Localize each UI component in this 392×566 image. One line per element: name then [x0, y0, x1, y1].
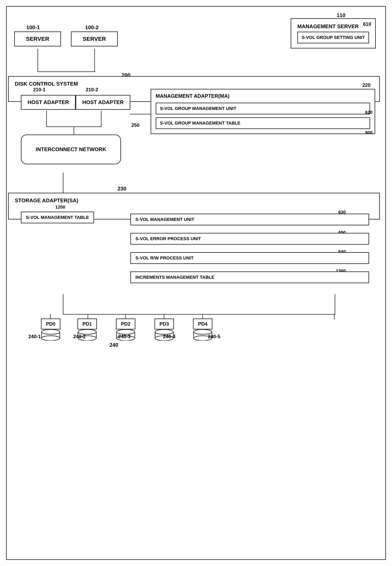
svol-group-mgmt-table-box: S-VOL GROUP MANAGEMENT TABLE	[156, 117, 370, 129]
management-adapter-box: 220 MANAGEMENT ADAPTER(MA) 620 S-VOL GRO…	[151, 89, 375, 134]
ref-240-1: 240-1	[28, 334, 41, 339]
svol-mgmt-table-box: S-VOL MANAGEMENT TABLE	[21, 212, 94, 223]
pd1-box: PD1	[77, 319, 97, 330]
ha1-line-v	[46, 111, 47, 127]
server2-line	[94, 49, 95, 72]
svol-group-setting-box: S-VOL GROUP SETTING UNIT	[297, 32, 369, 44]
ref-240: 240	[110, 342, 118, 348]
management-server-title: MANAGEMENT SERVER	[297, 23, 369, 30]
pd2-box: PD2	[116, 319, 136, 330]
diagram-container: 100-1 100-2 SERVER SERVER 110 MANAGEMENT…	[0, 0, 392, 566]
svol-rw-process-label: S-VOL R/W PROCESS UNIT	[135, 255, 194, 261]
sa-to-disks-line	[63, 294, 63, 314]
dcs-to-sa-line	[63, 173, 63, 193]
svol-group-setting-label: S-VOL GROUP SETTING UNIT	[302, 35, 365, 40]
ref-240-5: 240-5	[208, 334, 220, 339]
disk-v4	[164, 314, 164, 319]
ref-250: 250	[131, 122, 140, 128]
disk-v1	[50, 314, 51, 319]
drive-numbers-row: 240-1 240-2 240-3 240-4 240-5	[28, 334, 220, 339]
server2-box: SERVER	[71, 31, 118, 46]
ref-230: 230	[118, 186, 126, 192]
ref-240-2: 240-2	[73, 334, 85, 339]
sa-right-to-disks	[335, 294, 335, 314]
increments-mgmt-table-box: INCREMENTS MANAGEMENT TABLE	[130, 271, 369, 283]
ref-240-3: 240-3	[118, 334, 130, 339]
pd4-box: PD4	[193, 319, 213, 330]
svol-group-mgmt-unit-label: S-VOL GROUP MANAGEMENT UNIT	[160, 106, 236, 111]
disk-v5	[202, 314, 203, 319]
ref-210-2: 210-2	[86, 87, 98, 92]
svol-error-process-label: S-VOL ERROR PROCESS UNIT	[135, 236, 201, 241]
server1-box: SERVER	[14, 31, 61, 46]
ha2-line-v	[101, 111, 101, 127]
pd0-box: PD0	[41, 319, 61, 330]
svol-rw-process-box: S-VOL R/W PROCESS UNIT	[130, 252, 369, 264]
ref-900: 900	[365, 130, 373, 135]
svol-group-mgmt-table-label: S-VOL GROUP MANAGEMENT TABLE	[160, 120, 240, 126]
pd3-box: PD3	[154, 319, 174, 330]
disk-control-label: DISK CONTROL SYSTEM	[15, 81, 373, 87]
interconnect-label: INTERCONNECT NETWORK	[36, 146, 106, 152]
ref-100-1: 100-1	[26, 24, 40, 31]
svol-mgmt-table-label: S-VOL MANAGEMENT TABLE	[26, 215, 89, 220]
ref-1200: 1200	[55, 204, 65, 210]
management-adapter-title: MANAGEMENT ADAPTER(MA)	[156, 93, 370, 99]
disks-h-line	[63, 314, 195, 315]
storage-adapter-label: STORAGE ADAPTER(SA)	[15, 197, 373, 204]
server1-label: SERVER	[26, 36, 49, 42]
server2-label: SERVER	[83, 36, 106, 42]
server1-line	[38, 49, 38, 72]
ref-220: 220	[363, 82, 371, 88]
svol-mgmt-unit-label: S-VOL MANAGEMENT UNIT	[135, 217, 194, 222]
host-adapter2-label: HOST ADAPTER	[82, 99, 124, 105]
svol-mgmt-unit-box: S-VOL MANAGEMENT UNIT	[130, 214, 369, 225]
interconnect-to-ma-line	[130, 114, 151, 115]
host-adapter1-box: HOST ADAPTER	[21, 95, 76, 110]
ha-to-interconnect	[74, 126, 74, 135]
increments-mgmt-table-label: INCREMENTS MANAGEMENT TABLE	[135, 275, 214, 280]
host-adapter1-label: HOST ADAPTER	[28, 99, 69, 105]
ref-240-4: 240-4	[163, 334, 175, 339]
disks-h-line-right	[195, 314, 335, 315]
disk-right-v	[334, 314, 335, 319]
disk-v3	[125, 314, 126, 319]
svol-error-process-box: S-VOL ERROR PROCESS UNIT	[130, 233, 369, 245]
host-adapter2-box: HOST ADAPTER	[76, 95, 130, 110]
disk-control-system-box: DISK CONTROL SYSTEM 210-1 210-2 HOST ADA…	[8, 76, 380, 102]
ref-610: 610	[363, 21, 371, 27]
disk-v2	[88, 314, 88, 319]
management-server-box: MANAGEMENT SERVER 610 S-VOL GROUP SETTIN…	[291, 18, 376, 48]
ref-620: 620	[365, 110, 373, 115]
interconnect-network-box: INTERCONNECT NETWORK	[21, 134, 121, 164]
svol-group-mgmt-unit-box: S-VOL GROUP MANAGEMENT UNIT	[156, 103, 370, 115]
ref-210-1: 210-1	[33, 87, 45, 92]
ref-100-2: 100-2	[85, 24, 99, 31]
storage-adapter-box: STORAGE ADAPTER(SA) 1200 S-VOL MANAGEMEN…	[8, 193, 380, 219]
ref-110: 110	[337, 12, 345, 18]
server-connect-h	[38, 72, 95, 72]
